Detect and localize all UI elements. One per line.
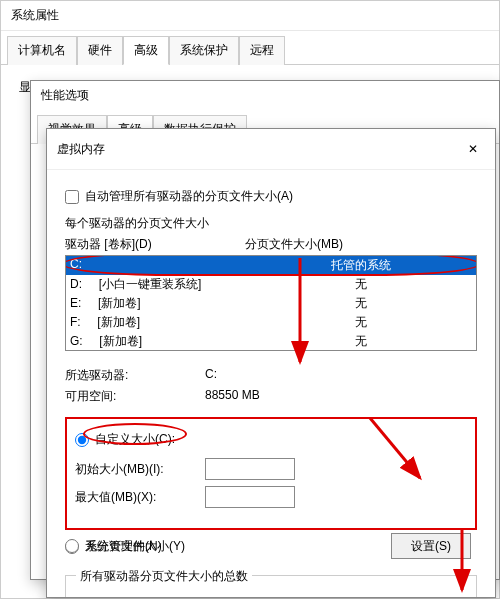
tab-hardware[interactable]: 硬件	[77, 36, 123, 65]
tab-computer-name[interactable]: 计算机名	[7, 36, 77, 65]
radio-custom-size[interactable]	[75, 433, 89, 447]
initial-size-input[interactable]	[205, 458, 295, 480]
drive-volume-label: [新加卷]	[98, 296, 141, 310]
close-icon: ✕	[468, 142, 478, 156]
each-drive-label: 每个驱动器的分页文件大小	[65, 215, 477, 232]
set-button[interactable]: 设置(S)	[391, 533, 471, 559]
virtual-memory-titlebar: 虚拟内存 ✕	[47, 129, 495, 170]
close-button[interactable]: ✕	[461, 137, 485, 161]
selected-drive-value: C:	[205, 367, 217, 384]
performance-options-title: 性能选项	[31, 81, 499, 110]
drive-letter: F:	[70, 315, 81, 329]
auto-manage-checkbox[interactable]	[65, 190, 79, 204]
available-space-label: 可用空间:	[65, 388, 205, 405]
allowed-min-label: 允许的最小值:	[76, 595, 216, 597]
totals-legend: 所有驱动器分页文件大小的总数	[76, 568, 252, 585]
drive-letter: C:	[70, 257, 82, 271]
initial-size-label: 初始大小(MB)(I):	[75, 461, 205, 478]
auto-manage-checkbox-row[interactable]: 自动管理所有驱动器的分页文件大小(A)	[65, 188, 477, 205]
drive-volume-label: [新加卷]	[97, 315, 140, 329]
drive-paging: 托管的系统	[250, 257, 472, 274]
drive-letter: E:	[70, 296, 81, 310]
drive-paging: 无	[250, 295, 472, 312]
drive-row-e[interactable]: E: [新加卷] 无	[66, 294, 476, 313]
virtual-memory-title: 虚拟内存	[57, 141, 105, 158]
max-size-input[interactable]	[205, 486, 295, 508]
tab-advanced[interactable]: 高级	[123, 36, 169, 65]
selected-drive-label: 所选驱动器:	[65, 367, 205, 384]
col-paging-label: 分页文件大小(MB)	[245, 236, 343, 253]
custom-size-box: 自定义大小(C): 初始大小(MB)(I): 最大值(MB)(X):	[65, 417, 477, 530]
drive-paging: 无	[250, 314, 472, 331]
virtual-memory-body: 自动管理所有驱动器的分页文件大小(A) 每个驱动器的分页文件大小 驱动器 [卷标…	[47, 170, 495, 597]
drive-letter: D:	[70, 277, 82, 291]
radio-custom-size-label: 自定义大小(C):	[95, 431, 175, 448]
drive-list-header: 驱动器 [卷标](D) 分页文件大小(MB)	[65, 236, 477, 253]
radio-no-paging-label: 无分页文件(N)	[85, 538, 162, 555]
system-properties-tabs: 计算机名 硬件 高级 系统保护 远程	[1, 31, 499, 65]
drive-volume-label: [小白一键重装系统]	[99, 277, 202, 291]
drive-paging: 无	[250, 333, 472, 350]
drive-paging: 无	[250, 276, 472, 293]
drive-volume-label: [新加卷]	[99, 334, 142, 348]
drive-letter: G:	[70, 334, 83, 348]
radio-no-paging[interactable]	[65, 539, 79, 553]
radio-no-paging-row[interactable]: 无分页文件(N)	[65, 538, 162, 555]
drive-row-f[interactable]: F: [新加卷] 无	[66, 313, 476, 332]
drive-row-d[interactable]: D: [小白一键重装系统] 无	[66, 275, 476, 294]
selected-drive-info: 所选驱动器: C: 可用空间: 88550 MB	[65, 365, 477, 407]
totals-groupbox: 所有驱动器分页文件大小的总数 允许的最小值: 16 MB	[65, 575, 477, 597]
tab-system-protection[interactable]: 系统保护	[169, 36, 239, 65]
system-properties-title: 系统属性	[1, 1, 499, 31]
drive-list[interactable]: C: 托管的系统 D: [小白一键重装系统] 无 E: [新加卷] 无 F: […	[65, 255, 477, 351]
auto-manage-label: 自动管理所有驱动器的分页文件大小(A)	[85, 188, 293, 205]
allowed-min-value: 16 MB	[216, 595, 251, 597]
drive-row-g[interactable]: G: [新加卷] 无	[66, 332, 476, 351]
drive-row-c[interactable]: C: 托管的系统	[66, 256, 476, 275]
radio-custom-size-row[interactable]: 自定义大小(C):	[75, 431, 467, 448]
available-space-value: 88550 MB	[205, 388, 260, 405]
max-size-label: 最大值(MB)(X):	[75, 489, 205, 506]
tab-remote[interactable]: 远程	[239, 36, 285, 65]
col-drive-label: 驱动器 [卷标](D)	[65, 236, 245, 253]
virtual-memory-dialog: 虚拟内存 ✕ 自动管理所有驱动器的分页文件大小(A) 每个驱动器的分页文件大小 …	[46, 128, 496, 598]
